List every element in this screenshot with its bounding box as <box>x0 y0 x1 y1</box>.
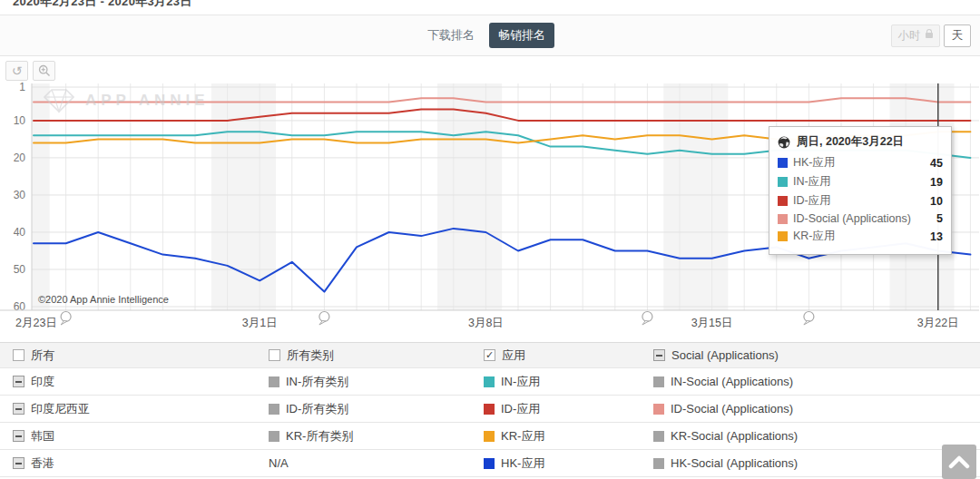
y-tick-label: 20 <box>14 152 26 164</box>
back-to-top-button[interactable] <box>942 445 976 479</box>
cell-label: HK-应用 <box>501 455 544 472</box>
country-cell[interactable]: 韩国 <box>0 423 269 449</box>
rank-type-tabs: 下载排名 畅销排名 <box>0 15 980 55</box>
cell-label: KR-Social (Applications) <box>671 429 798 443</box>
date-range-label: 2020年2月23日 - 2020年3月23日 <box>13 0 980 10</box>
series-cell[interactable]: IN-所有类别 <box>269 368 484 395</box>
y-tick-label: 30 <box>14 189 26 201</box>
tooltip-series-label: ID-Social (Applications) <box>793 212 931 225</box>
rank-chart-section: ↺ 11020304050602月23日3月1日3月8日3月15日3月22日 A… <box>0 56 980 343</box>
tooltip-row: KR-应用13 <box>778 229 943 244</box>
series-cell[interactable]: IN-Social (Applications) <box>653 368 980 395</box>
cell-label: 所有 <box>31 347 54 364</box>
series-cell[interactable]: HK-Social (Applications) <box>653 450 980 476</box>
series-swatch <box>653 458 664 469</box>
cell-label: 印度尼西亚 <box>31 401 90 417</box>
reset-zoom-button[interactable]: ↺ <box>5 61 28 81</box>
series-color-chip <box>778 214 788 224</box>
tooltip-series-label: HK-应用 <box>793 155 925 171</box>
y-tick-label: 40 <box>14 226 26 239</box>
cell-label: IN-所有类别 <box>286 374 348 390</box>
x-tick-label: 3月22日 <box>917 317 959 329</box>
chart-toolbar: ↺ <box>5 61 55 81</box>
event-marker[interactable] <box>804 312 814 326</box>
series-cell[interactable]: IN-应用 <box>484 368 653 395</box>
country-cell[interactable]: 香港 <box>0 450 269 476</box>
checkbox-indeterminate[interactable] <box>13 457 24 469</box>
hourly-button[interactable]: 小时 <box>891 24 940 47</box>
checkbox-indeterminate[interactable] <box>653 349 665 361</box>
x-tick-label: 3月8日 <box>468 317 504 329</box>
tooltip-series-value: 13 <box>930 230 943 243</box>
event-marker[interactable] <box>61 312 71 326</box>
date-strip: 2020年2月23日 - 2020年3月23日 <box>0 0 980 15</box>
country-cell[interactable]: 印度尼西亚 <box>0 396 269 422</box>
header-cell[interactable]: 所有 <box>0 343 269 367</box>
cell-label: KR-所有类别 <box>286 428 353 445</box>
y-tick-label: 10 <box>14 114 26 127</box>
cell-label: ID-应用 <box>501 401 540 417</box>
lock-icon <box>926 33 933 38</box>
app-annie-rank-dashboard: { "header": { "date_range": "2020年2月23日 … <box>0 0 980 479</box>
event-marker[interactable] <box>642 312 652 326</box>
x-tick-label: 3月15日 <box>691 317 733 329</box>
header-cell[interactable]: 应用 <box>484 343 653 367</box>
cell-label: ID-所有类别 <box>286 401 348 417</box>
y-tick-label: 60 <box>14 300 26 313</box>
cell-label: 韩国 <box>31 428 54 445</box>
checkbox-indeterminate[interactable] <box>13 376 24 387</box>
series-color-chip <box>778 196 788 206</box>
cell-label: ID-Social (Applications) <box>671 402 793 415</box>
tooltip-rows: HK-应用45IN-应用19ID-应用10ID-Social (Applicat… <box>778 155 943 244</box>
series-cell[interactable]: N/A <box>269 450 484 476</box>
series-cell[interactable]: ID-Social (Applications) <box>653 396 980 422</box>
series-cell[interactable]: ID-应用 <box>484 396 653 422</box>
header-cell[interactable]: 所有类别 <box>269 343 484 367</box>
series-color-chip <box>778 158 788 168</box>
tooltip-series-value: 10 <box>930 195 943 208</box>
weekend-band <box>437 83 502 310</box>
series-cell[interactable]: KR-所有类别 <box>269 423 484 449</box>
series-cell[interactable]: ID-所有类别 <box>269 396 484 422</box>
daily-button[interactable]: 天 <box>944 24 972 47</box>
checkbox-unchecked[interactable] <box>269 349 280 361</box>
checkbox-unchecked[interactable] <box>13 349 24 361</box>
series-swatch <box>484 458 495 469</box>
cell-label: Social (Applications) <box>671 348 779 362</box>
table-row: 印度尼西亚ID-所有类别ID-应用ID-Social (Applications… <box>0 396 980 423</box>
country-cell[interactable]: 印度 <box>0 368 269 395</box>
series-swatch <box>269 404 279 415</box>
tooltip-row: ID-Social (Applications)5 <box>778 212 943 225</box>
series-swatch <box>653 431 664 442</box>
tooltip-series-value: 45 <box>930 157 943 170</box>
series-swatch <box>484 431 495 442</box>
rank-type-toolbar: 下载排名 畅销排名 小时 天 <box>0 15 980 56</box>
series-swatch <box>269 431 279 442</box>
tooltip-series-label: IN-应用 <box>793 174 925 190</box>
series-cell[interactable]: KR-应用 <box>484 423 653 449</box>
table-row: 香港N/AHK-应用HK-Social (Applications) <box>0 450 980 477</box>
event-marker[interactable] <box>319 312 329 326</box>
checkbox-indeterminate[interactable] <box>13 430 24 442</box>
checkbox-checked[interactable] <box>484 349 495 361</box>
tooltip-row: HK-应用45 <box>778 155 943 171</box>
tooltip-series-label: ID-应用 <box>793 193 925 209</box>
cell-label: HK-Social (Applications) <box>671 456 798 470</box>
header-cell[interactable]: Social (Applications) <box>653 343 980 367</box>
cell-label: IN-应用 <box>501 374 540 390</box>
cell-label: 所有类别 <box>287 347 334 364</box>
zoom-in-button[interactable] <box>33 61 55 81</box>
series-cell[interactable]: KR-Social (Applications) <box>653 423 980 449</box>
series-cell[interactable]: HK-应用 <box>484 450 653 476</box>
series-color-chip <box>778 231 788 241</box>
checkbox-indeterminate[interactable] <box>13 403 24 415</box>
magnifier-plus-icon <box>38 64 51 77</box>
cell-label: 应用 <box>502 347 525 364</box>
series-swatch <box>484 376 495 387</box>
weekend-band <box>32 83 50 310</box>
tooltip-date: 周日, 2020年3月22日 <box>797 134 904 150</box>
tab-grossing-rank[interactable]: 畅销排名 <box>489 23 554 48</box>
table-row: 韩国KR-所有类别KR-应用KR-Social (Applications) <box>0 423 980 450</box>
x-tick-label: 3月1日 <box>242 317 278 329</box>
tab-download-rank[interactable]: 下载排名 <box>426 24 476 47</box>
